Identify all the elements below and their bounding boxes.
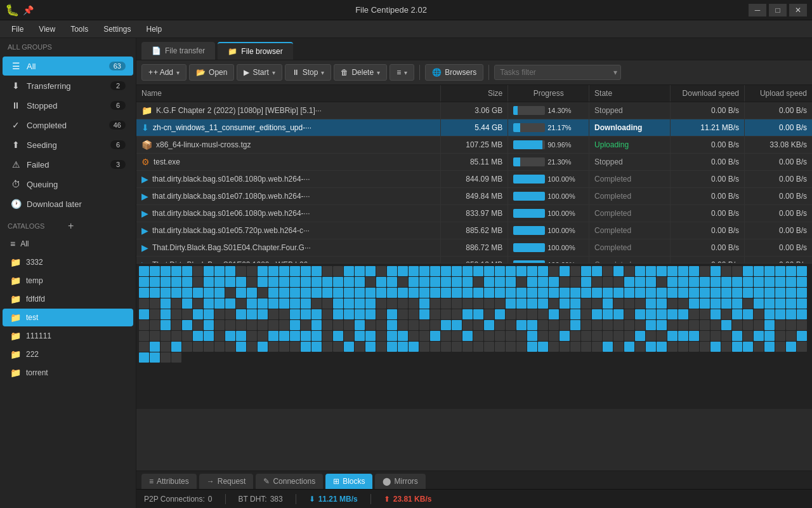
block-cell <box>452 298 462 309</box>
progress-bar-5 <box>513 192 545 201</box>
maximize-button[interactable]: □ <box>769 4 787 17</box>
block-cell <box>635 277 645 287</box>
sidebar-item-stopped[interactable]: ⏸ Stopped 6 <box>3 96 133 115</box>
cell-size-5: 849.84 MB <box>440 188 508 205</box>
nav-label-seeding: Seeding <box>27 140 105 150</box>
block-cell <box>570 288 580 298</box>
sidebar-item-seeding[interactable]: ⬆ Seeding 6 <box>3 135 133 154</box>
cell-size-0: 3.06 GB <box>440 102 508 119</box>
block-cell <box>160 320 171 330</box>
table-row[interactable]: ▶ that.dirty.black.bag.s01e06.1080p.web.… <box>136 205 812 222</box>
cell-ul-4: 0.00 B/s <box>744 171 812 188</box>
block-cell <box>775 288 785 298</box>
block-cell <box>721 331 731 341</box>
catalog-icon-cat-temp: 📁 <box>10 276 21 286</box>
delete-button[interactable]: 🗑 Delete ▾ <box>334 64 387 81</box>
tasks-filter-input[interactable] <box>494 65 621 80</box>
catalog-item-cat-all[interactable]: ≡ All <box>3 235 133 253</box>
block-cell <box>613 342 624 352</box>
menu-file[interactable]: File <box>5 22 30 36</box>
tab-file-browser[interactable]: 📁File browser <box>218 42 292 60</box>
block-cell <box>603 288 613 298</box>
stop-dropdown-icon: ▾ <box>321 69 324 76</box>
menu-tools[interactable]: Tools <box>64 22 95 36</box>
table-row[interactable]: ⬇ zh-cn_windows_11_consumer_editions_upd… <box>136 119 812 137</box>
table-row[interactable]: 📦 x86_64-linux-musl-cross.tgz 107.25 MB … <box>136 137 812 154</box>
table-row[interactable]: ▶ That.Dirty.Black.Bag.S01E03.1080p.WEB.… <box>136 257 812 264</box>
block-cell <box>667 266 678 276</box>
tab-file-transfer[interactable]: 📄File transfer <box>141 42 215 60</box>
nav-icon-seeding: ⬆ <box>10 140 22 150</box>
block-cell <box>290 342 300 352</box>
nav-icon-stopped: ⏸ <box>10 100 22 110</box>
block-cell <box>516 331 527 341</box>
nav-count-failed: 3 <box>110 160 126 169</box>
table-row[interactable]: ▶ that.dirty.black.bag.s01e05.720p.web.h… <box>136 222 812 239</box>
catalog-item-cat-222[interactable]: 📁 222 <box>3 345 133 363</box>
block-cell <box>603 277 613 287</box>
block-cell <box>624 298 634 309</box>
table-row[interactable]: ▶ that.dirty.black.bag.s01e07.1080p.web.… <box>136 188 812 205</box>
block-cell <box>311 309 322 319</box>
block-cell <box>279 309 289 319</box>
block-cell <box>204 288 214 298</box>
catalog-item-cat-test[interactable]: 📁 test <box>3 309 133 326</box>
block-cell <box>430 320 440 330</box>
block-cell <box>732 266 742 276</box>
sidebar-item-download-later[interactable]: 🕐 Download later <box>3 194 133 213</box>
table-row[interactable]: ⚙ test.exe 85.11 MB 21.30% Stopped 0.00 … <box>136 154 812 171</box>
col-header-state: State <box>589 85 671 102</box>
close-button[interactable]: ✕ <box>789 4 807 17</box>
bottom-tab-attributes[interactable]: ≡Attributes <box>141 474 197 489</box>
start-button[interactable]: ▶ Start ▾ <box>237 64 282 81</box>
sidebar-item-failed[interactable]: ⚠ Failed 3 <box>3 155 133 174</box>
menu-view[interactable]: View <box>32 22 62 36</box>
bottom-tab-mirrors[interactable]: ⬤Mirrors <box>375 474 425 489</box>
progress-bar-0 <box>513 106 545 115</box>
sidebar-item-queuing[interactable]: ⏱ Queuing <box>3 175 133 194</box>
block-cell <box>506 331 516 341</box>
more-button[interactable]: ≡ ▾ <box>390 64 414 81</box>
sidebar-item-transferring[interactable]: ⬇ Transferring 2 <box>3 76 133 95</box>
add-icon: + <box>148 68 153 77</box>
block-cell <box>667 309 678 319</box>
block-cell <box>764 320 775 330</box>
bottom-tab-connections[interactable]: ✎Connections <box>256 474 323 489</box>
cell-name-text-2: x86_64-linux-musl-cross.tgz <box>156 140 251 149</box>
catalog-item-cat-3332[interactable]: 📁 3332 <box>3 253 133 271</box>
block-cell <box>441 288 451 298</box>
catalog-item-cat-torrent[interactable]: 📁 torrent <box>3 364 133 382</box>
stop-button[interactable]: ⏸ Stop ▾ <box>285 64 332 81</box>
catalog-item-cat-111111[interactable]: 📁 111111 <box>3 327 133 345</box>
add-button[interactable]: + + Add ▾ <box>141 64 187 81</box>
table-row[interactable]: ▶ that.dirty.black.bag.s01e08.1080p.web.… <box>136 171 812 188</box>
nav-icon-transferring: ⬇ <box>10 81 22 91</box>
block-cell <box>322 331 332 341</box>
table-row[interactable]: 📁 K.G.F Chapter 2 (2022) [1080p] [WEBRip… <box>136 102 812 119</box>
cell-ul-3: 0.00 B/s <box>744 154 812 171</box>
block-cell <box>333 277 343 287</box>
catalog-item-cat-fdfdfd[interactable]: 📁 fdfdfd <box>3 290 133 308</box>
minimize-button[interactable]: ─ <box>749 4 766 17</box>
bottom-tab-blocks[interactable]: ⊞Blocks <box>325 474 372 489</box>
sidebar-item-completed[interactable]: ✓ Completed 46 <box>3 116 133 135</box>
catalog-item-cat-temp[interactable]: 📁 temp <box>3 272 133 290</box>
open-button[interactable]: 📂 Open <box>189 64 234 81</box>
bottom-tab-label-mirrors: Mirrors <box>394 477 417 486</box>
block-cell <box>484 298 494 309</box>
sidebar-item-all[interactable]: ☰ All 63 <box>3 57 133 76</box>
menu-help[interactable]: Help <box>140 22 169 36</box>
block-cell <box>311 298 322 309</box>
block-cell <box>743 309 753 319</box>
table-row[interactable]: ▶ That.Dirty.Black.Bag.S01E04.Chapter.Fo… <box>136 239 812 257</box>
block-cell <box>700 320 710 330</box>
cell-ul-2: 33.08 KB/s <box>744 137 812 154</box>
block-cell <box>797 320 807 330</box>
tab-label-0: File transfer <box>165 46 205 55</box>
add-catalog-button[interactable]: + <box>68 220 128 232</box>
menu-settings[interactable]: Settings <box>97 22 137 36</box>
browsers-button[interactable]: 🌐 Browsers <box>425 64 483 81</box>
bottom-tab-request[interactable]: →Request <box>199 474 254 489</box>
block-cell <box>710 277 721 287</box>
table-container[interactable]: Name Size Progress State Download speed … <box>136 85 812 263</box>
